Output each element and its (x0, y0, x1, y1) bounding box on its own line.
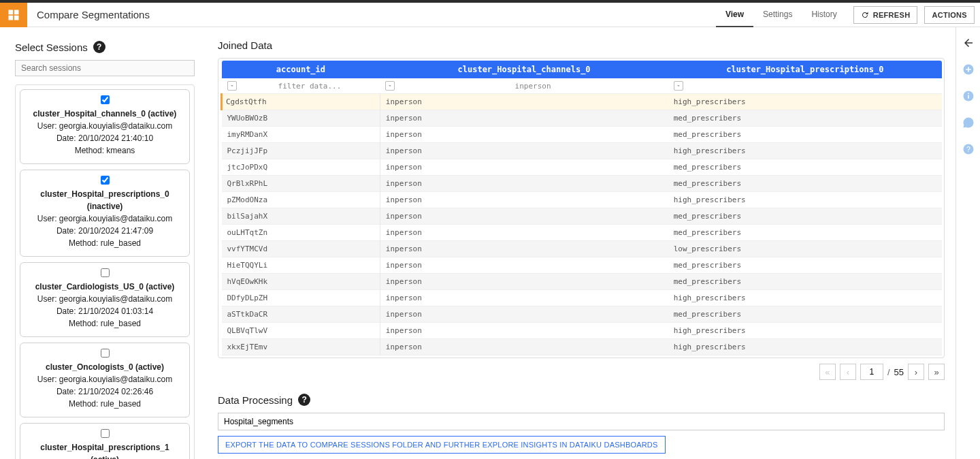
table-row[interactable]: YWUoBWOzBinpersonmed_prescribers (222, 110, 943, 127)
table-cell: med_prescribers (668, 176, 942, 192)
data-processing-input[interactable] (218, 413, 945, 430)
table-row[interactable]: ouLHTqtZninpersonmed_prescribers (222, 225, 943, 241)
table-row[interactable]: bilSajahXinpersonmed_prescribers (222, 208, 943, 225)
session-checkbox[interactable] (101, 429, 110, 438)
column-header-channels[interactable]: cluster_Hospital_channels_0 (380, 61, 668, 78)
table-cell: med_prescribers (668, 159, 942, 176)
table-row[interactable]: QLBVqTlwVinpersonhigh_prescribers (222, 323, 943, 339)
actions-label: ACTIONS (932, 11, 967, 19)
table-row[interactable]: CgdstQtfhinpersonhigh_prescribers (222, 94, 943, 110)
header-left: Compare Segmentations (0, 3, 716, 27)
table-cell: xkxEjTEmv (222, 339, 380, 355)
filter-icon[interactable] (385, 81, 395, 91)
table-cell: inperson (380, 159, 668, 176)
filter-icon[interactable] (227, 81, 237, 91)
table-cell: imyRMDanX (222, 127, 380, 143)
pagination-separator: / (887, 367, 890, 377)
session-user: User: georgia.kouyialis@dataiku.com (27, 120, 182, 132)
page-title: Compare Segmentations (37, 9, 150, 20)
session-card[interactable]: cluster_Oncologists_0 (active)User: geor… (20, 343, 190, 417)
filter-cell-channels[interactable]: inperson (380, 78, 668, 94)
table-cell: inperson (380, 323, 668, 339)
add-icon[interactable] (962, 63, 975, 78)
table-row[interactable]: aSTtkDaCRinpersonmed_prescribers (222, 306, 943, 323)
pagination-current-input[interactable] (860, 364, 883, 380)
table-cell: inperson (380, 257, 668, 274)
nav-tab-history[interactable]: History (802, 3, 846, 27)
chat-icon[interactable] (962, 116, 975, 131)
session-method: Method: kmeans (27, 144, 182, 157)
table-row[interactable]: PczjijJFpinpersonhigh_prescribers (222, 143, 943, 159)
actions-button[interactable]: ACTIONS (924, 6, 975, 24)
refresh-button[interactable]: REFRESH (853, 6, 918, 24)
table-cell: med_prescribers (668, 257, 942, 274)
filter-cell-account-id[interactable]: filter data... (222, 78, 380, 94)
session-checkbox[interactable] (101, 176, 110, 185)
column-header-account-id[interactable]: account_id (222, 61, 380, 78)
table-cell: YWUoBWOzB (222, 110, 380, 127)
export-data-button[interactable]: EXPORT THE DATA TO COMPARE SESSIONS FOLD… (218, 436, 666, 454)
table-cell: inperson (380, 290, 668, 306)
filter-icon[interactable] (674, 81, 683, 91)
table-cell: high_prescribers (668, 143, 942, 159)
session-title: cluster_Oncologists_0 (active) (27, 361, 182, 373)
table-cell: bilSajahX (222, 208, 380, 225)
table-cell: inperson (380, 143, 668, 159)
session-title: cluster_Hospital_prescriptions_0 (inacti… (27, 188, 182, 212)
table-cell: hVqEOwKHk (222, 274, 380, 290)
table-cell: aSTtkDaCR (222, 306, 380, 323)
filter-value: inperson (403, 82, 662, 91)
session-checkbox[interactable] (101, 268, 110, 277)
session-date: Date: 20/10/2024 21:40:10 (27, 132, 182, 144)
search-sessions-input[interactable] (15, 60, 195, 76)
table-row[interactable]: jtcJoPDxQinpersonmed_prescribers (222, 159, 943, 176)
table-cell: high_prescribers (668, 290, 942, 306)
session-user: User: georgia.kouyialis@dataiku.com (27, 212, 182, 225)
table-cell: pZModONza (222, 192, 380, 208)
header-right: ViewSettingsHistory REFRESH ACTIONS (716, 3, 980, 27)
pagination-next-button[interactable]: › (908, 364, 924, 380)
session-user: User: georgia.kouyialis@dataiku.com (27, 293, 182, 305)
info-icon[interactable] (962, 90, 975, 104)
pagination-prev-button[interactable]: ‹ (840, 364, 856, 380)
table-cell: ouLHTqtZn (222, 225, 380, 241)
app-header: Compare Segmentations ViewSettingsHistor… (0, 3, 980, 27)
select-sessions-heading: Select Sessions ? (15, 41, 195, 53)
session-list: cluster_Hospital_channels_0 (active)User… (15, 84, 195, 459)
session-card[interactable]: cluster_Cardiologists_US_0 (active)User:… (20, 262, 190, 337)
table-row[interactable]: HieTQQYLiinpersonmed_prescribers (222, 257, 943, 274)
session-checkbox[interactable] (101, 95, 110, 104)
pagination-first-button[interactable]: « (819, 364, 836, 380)
session-card[interactable]: cluster_Hospital_channels_0 (active)User… (20, 89, 190, 164)
table-row[interactable]: hVqEOwKHkinpersonmed_prescribers (222, 274, 943, 290)
table-cell: med_prescribers (668, 110, 942, 127)
nav-tab-view[interactable]: View (716, 3, 753, 27)
table-cell: inperson (380, 94, 668, 110)
table-row[interactable]: vvfYTMCVdinpersonlow_prescribers (222, 241, 943, 257)
collapse-rail-icon[interactable] (962, 37, 975, 51)
table-row[interactable]: QrBlxRPhLinpersonmed_prescribers (222, 176, 943, 192)
help-icon[interactable]: ? (93, 41, 105, 53)
select-sessions-heading-text: Select Sessions (15, 42, 88, 53)
table-row[interactable]: DDfyDLpZHinpersonhigh_prescribers (222, 290, 943, 306)
session-checkbox[interactable] (101, 349, 110, 358)
table-cell: med_prescribers (668, 306, 942, 323)
table-cell: inperson (380, 176, 668, 192)
table-cell: high_prescribers (668, 192, 942, 208)
column-header-prescriptions[interactable]: cluster_Hospital_prescriptions_0 (668, 61, 942, 78)
session-card[interactable]: cluster_Hospital_prescriptions_0 (inacti… (20, 170, 190, 257)
table-row[interactable]: imyRMDanXinpersonmed_prescribers (222, 127, 943, 143)
table-row[interactable]: xkxEjTEmvinpersonhigh_prescribers (222, 339, 943, 355)
session-title: cluster_Hospital_channels_0 (active) (27, 108, 182, 120)
help-rail-icon[interactable]: ? (962, 143, 975, 157)
svg-rect-3 (968, 93, 969, 95)
filter-cell-prescriptions[interactable] (668, 78, 942, 94)
table-cell: DDfyDLpZH (222, 290, 380, 306)
data-processing-heading: Data Processing ? (218, 394, 945, 406)
pagination-last-button[interactable]: » (928, 364, 945, 380)
session-card[interactable]: cluster_Hospital_prescriptions_1 (active… (20, 423, 190, 459)
help-icon[interactable]: ? (298, 394, 310, 406)
app-logo-icon[interactable] (0, 3, 27, 27)
table-row[interactable]: pZModONzainpersonhigh_prescribers (222, 192, 943, 208)
nav-tab-settings[interactable]: Settings (753, 3, 802, 27)
